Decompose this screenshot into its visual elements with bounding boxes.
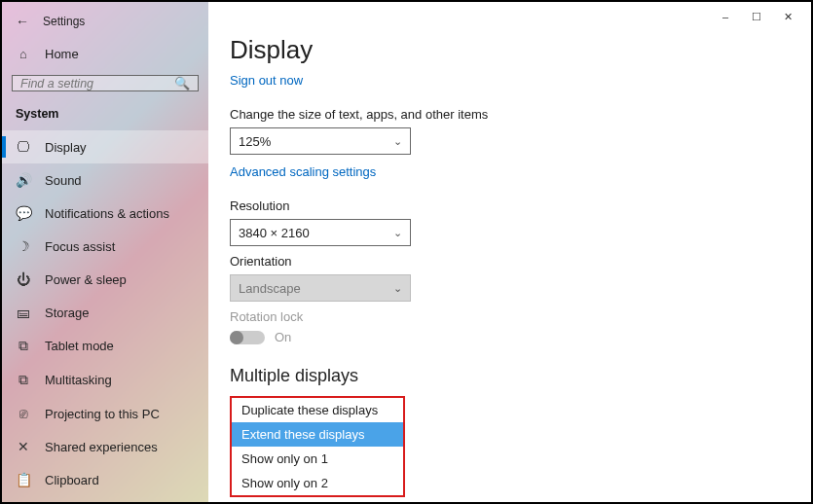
nav-icon: 💬 (16, 205, 31, 221)
nav-label: Notifications & actions (45, 206, 169, 221)
close-button[interactable]: ✕ (772, 6, 803, 27)
sidebar: ← Settings ⌂ Home 🔍 System 🖵Display🔊Soun… (2, 2, 208, 502)
sign-out-link[interactable]: Sign out now (230, 73, 303, 88)
rotation-label: Rotation lock (230, 309, 790, 324)
sidebar-item-focus-assist[interactable]: ☽Focus assist (2, 230, 208, 263)
search-icon: 🔍 (174, 76, 190, 90)
home-label: Home (45, 47, 79, 61)
back-icon[interactable]: ← (16, 14, 29, 29)
orientation-label: Orientation (230, 254, 790, 269)
home-icon: ⌂ (16, 47, 31, 61)
advanced-scaling-link[interactable]: Advanced scaling settings (230, 164, 376, 179)
multiple-displays-dropdown[interactable]: Duplicate these displaysExtend these dis… (230, 396, 405, 497)
sidebar-item-storage[interactable]: 🖴Storage (2, 296, 208, 329)
nav-icon: ⎚ (16, 406, 31, 421)
nav-label: Shared experiences (45, 440, 158, 454)
resolution-label: Resolution (230, 198, 790, 213)
app-title: Settings (43, 15, 85, 28)
home-nav[interactable]: ⌂ Home (2, 39, 208, 69)
sidebar-item-sound[interactable]: 🔊Sound (2, 163, 208, 197)
nav-label: Display (45, 140, 87, 155)
resolution-value: 3840 × 2160 (239, 226, 310, 240)
nav-label: Storage (45, 306, 90, 320)
nav-label: Power & sleep (45, 272, 127, 287)
nav-icon: ⧉ (16, 338, 31, 354)
search-input-wrap[interactable]: 🔍 (12, 75, 199, 91)
nav-icon: ✕ (16, 439, 31, 454)
sidebar-item-tablet-mode[interactable]: ⧉Tablet mode (2, 329, 208, 363)
chevron-down-icon: ⌄ (393, 135, 402, 148)
nav-icon: 🖵 (16, 139, 31, 155)
nav-label: Multitasking (45, 373, 112, 387)
maximize-button[interactable]: ☐ (741, 6, 772, 27)
nav-icon: 🖴 (16, 305, 31, 320)
rotation-toggle (230, 331, 265, 344)
scale-label: Change the size of text, apps, and other… (230, 107, 790, 122)
multiple-displays-heading: Multiple displays (230, 366, 790, 386)
orientation-value: Landscape (239, 281, 301, 296)
section-title: System (2, 101, 208, 130)
multi-option[interactable]: Show only on 1 (232, 447, 403, 471)
nav-icon: ☽ (16, 238, 31, 254)
sidebar-item-shared-experiences[interactable]: ✕Shared experiences (2, 430, 208, 463)
resolution-select[interactable]: 3840 × 2160 ⌄ (230, 219, 411, 246)
nav-label: Tablet mode (45, 339, 114, 353)
nav-label: Focus assist (45, 239, 115, 254)
nav-icon: 📋 (16, 472, 31, 487)
nav-icon: ⏻ (16, 271, 31, 287)
scale-value: 125% (239, 134, 271, 149)
rotation-state: On (275, 330, 291, 344)
main-content: Display Sign out now Change the size of … (208, 2, 811, 502)
nav-label: Sound (45, 173, 82, 188)
nav-icon: 🔊 (16, 172, 31, 188)
multi-option[interactable]: Duplicate these displays (232, 398, 403, 422)
multi-option[interactable]: Extend these displays (232, 422, 403, 447)
multi-option[interactable]: Show only on 2 (232, 471, 403, 495)
sidebar-item-power-sleep[interactable]: ⏻Power & sleep (2, 263, 208, 296)
chevron-down-icon: ⌄ (393, 282, 402, 295)
page-title: Display (230, 35, 790, 65)
sidebar-item-remote-desktop[interactable]: ⇄Remote Desktop (2, 496, 208, 504)
sidebar-item-clipboard[interactable]: 📋Clipboard (2, 463, 208, 496)
nav-icon: ⧉ (16, 372, 31, 388)
chevron-down-icon: ⌄ (393, 227, 402, 239)
sidebar-item-display[interactable]: 🖵Display (2, 130, 208, 163)
sidebar-item-projecting-to-this-pc[interactable]: ⎚Projecting to this PC (2, 397, 208, 430)
nav-label: Projecting to this PC (45, 407, 160, 421)
search-input[interactable] (20, 77, 174, 90)
scale-select[interactable]: 125% ⌄ (230, 127, 411, 155)
nav-label: Clipboard (45, 473, 99, 487)
sidebar-item-multitasking[interactable]: ⧉Multitasking (2, 363, 208, 397)
minimize-button[interactable]: – (710, 6, 741, 27)
sidebar-item-notifications-actions[interactable]: 💬Notifications & actions (2, 197, 208, 230)
orientation-select: Landscape ⌄ (230, 274, 411, 302)
